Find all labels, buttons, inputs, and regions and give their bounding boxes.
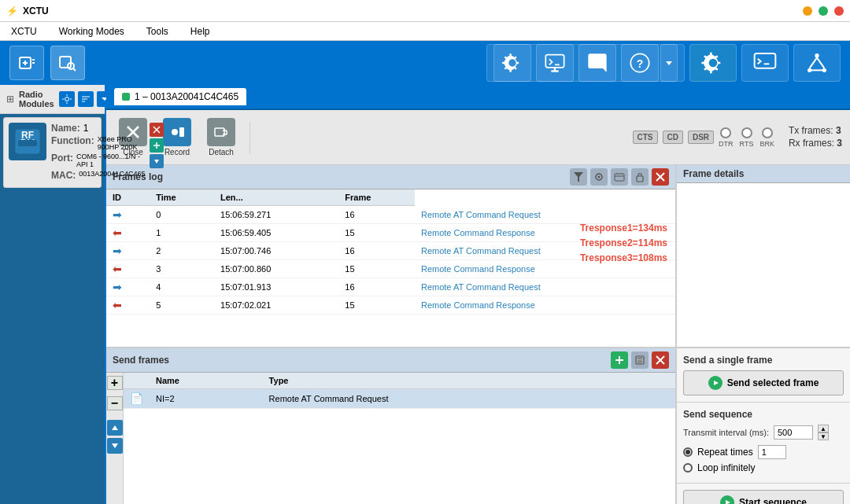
- frames-log-header: Frames log: [106, 165, 675, 189]
- rts-indicator: RTS: [740, 127, 754, 148]
- menu-tools[interactable]: Tools: [143, 24, 172, 39]
- console-button[interactable]: [536, 44, 574, 82]
- module-down-button[interactable]: [150, 154, 164, 168]
- tab-status-dot: [122, 93, 130, 101]
- col-id: ID: [106, 189, 150, 206]
- row-len: 16: [338, 206, 415, 224]
- row-time: 15:06:59.405: [214, 224, 338, 242]
- single-frame-title: Send a single frame: [683, 355, 844, 366]
- loop-infinitely-option[interactable]: Loop infinitely: [683, 462, 844, 473]
- row-frame[interactable]: Remote Command Response: [415, 260, 675, 278]
- row-frame[interactable]: Remote Command Response: [415, 296, 675, 315]
- move-down-btn[interactable]: [107, 438, 123, 454]
- table-row[interactable]: ⬅ 1 15:06:59.405 15 Remote Command Respo…: [106, 224, 675, 242]
- list-item[interactable]: 📄 NI=2 Remote AT Command Request: [124, 389, 675, 409]
- start-sequence-button[interactable]: Start sequence: [683, 490, 844, 504]
- spin-down-btn[interactable]: ▼: [818, 432, 829, 440]
- sidebar-title: Radio Modules: [19, 90, 54, 109]
- row-frame[interactable]: Remote AT Command Request: [415, 242, 675, 260]
- frame-details-content: [677, 183, 850, 347]
- add-device-button[interactable]: [9, 46, 44, 80]
- radio-group: DTR RTS BRK: [719, 127, 774, 148]
- send-area: Send frames: [106, 347, 850, 504]
- remove-frame-btn[interactable]: −: [107, 396, 123, 410]
- frames-export-icon[interactable]: [611, 168, 628, 186]
- svg-line-20: [810, 57, 817, 68]
- row-id: 1: [150, 224, 214, 242]
- cd-badge: CD: [663, 131, 683, 144]
- frames-view-icon[interactable]: [590, 168, 608, 186]
- chat-button[interactable]: [578, 44, 616, 82]
- send-selected-frame-button[interactable]: Send selected frame: [683, 370, 844, 395]
- detach-button[interactable]: Detach: [202, 115, 240, 160]
- console-toolbar: Close Record Detach CTS CD: [106, 110, 850, 165]
- frames-area: Frames log: [106, 165, 850, 347]
- send-add-icon[interactable]: [611, 351, 628, 369]
- svg-rect-62: [638, 360, 642, 363]
- svg-rect-61: [638, 356, 642, 359]
- module-add-button[interactable]: [150, 138, 164, 153]
- row-frame[interactable]: Remote AT Command Request: [415, 278, 675, 296]
- minimize-button[interactable]: [803, 6, 812, 16]
- sidebar: ⊞ Radio Modules: [0, 85, 106, 504]
- network-button[interactable]: [793, 44, 841, 82]
- terminal-button[interactable]: [741, 44, 789, 82]
- table-row[interactable]: ⬅ 5 15:07:02.021 15 Remote Command Respo…: [106, 296, 675, 315]
- table-row[interactable]: ➡ 4 15:07:01.913 16 Remote AT Command Re…: [106, 278, 675, 296]
- table-row[interactable]: ⬅ 3 15:07:00.860 15 Remote Command Respo…: [106, 260, 675, 278]
- transmit-interval-label: Transmit interval (ms):: [683, 428, 769, 437]
- sidebar-settings-icon[interactable]: [59, 91, 75, 107]
- sidebar-sort-icon[interactable]: [78, 91, 94, 107]
- loop-infinitely-radio[interactable]: [683, 463, 693, 473]
- loop-infinitely-label: Loop infinitely: [697, 462, 755, 473]
- send-col-name: Name: [150, 373, 263, 389]
- console-tab-item[interactable]: 1 – 0013A20041C4C465: [114, 88, 246, 105]
- tx-rx-info: Tx frames: 3 Rx frames: 3: [789, 125, 842, 150]
- frames-filter-icon[interactable]: [570, 168, 587, 186]
- menu-help[interactable]: Help: [187, 24, 213, 39]
- send-clear-icon[interactable]: [652, 351, 669, 369]
- module-card[interactable]: RF DM Name: 1 Function: XBee PRO 900HP 2…: [3, 117, 102, 188]
- menu-working-modes[interactable]: Working Modes: [56, 24, 128, 39]
- svg-marker-48: [574, 172, 583, 182]
- frames-clear-icon[interactable]: [652, 168, 669, 186]
- spin-up-btn[interactable]: ▲: [818, 425, 829, 432]
- dropdown-button[interactable]: [660, 44, 678, 82]
- search-device-button[interactable]: [50, 46, 85, 80]
- frame-details: Frame details: [677, 165, 850, 347]
- move-up-btn[interactable]: [107, 420, 123, 436]
- col-frame: Frame: [338, 189, 415, 206]
- record-label: Record: [164, 148, 190, 156]
- send-col-type: Type: [263, 373, 675, 389]
- close-window-button[interactable]: [834, 6, 844, 16]
- row-time: 15:07:01.913: [214, 278, 338, 296]
- row-arrow: ⬅: [106, 296, 150, 315]
- repeat-times-option[interactable]: Repeat times: [683, 445, 844, 459]
- svg-line-7: [73, 68, 76, 71]
- frames-log-toolbar: [570, 168, 669, 186]
- maximize-button[interactable]: [819, 6, 828, 16]
- frames-log: Frames log: [106, 165, 677, 347]
- svg-point-45: [172, 129, 178, 135]
- send-save-icon[interactable]: [631, 351, 649, 369]
- settings-button[interactable]: [493, 44, 531, 82]
- menu-xctu[interactable]: XCTU: [8, 24, 40, 39]
- repeat-times-input[interactable]: [758, 445, 786, 459]
- row-time: 15:07:00.860: [214, 260, 338, 278]
- row-id: 4: [150, 278, 214, 296]
- cts-badge: CTS: [633, 131, 658, 144]
- row-frame[interactable]: Remote Command Response: [415, 224, 675, 242]
- transmit-interval-input[interactable]: [774, 425, 813, 440]
- table-row[interactable]: ➡ 0 15:06:59.271 16 Remote AT Command Re…: [106, 206, 675, 224]
- frames-lock-icon[interactable]: [631, 168, 649, 186]
- configuration-button[interactable]: [689, 44, 737, 82]
- module-remove-button[interactable]: [150, 123, 164, 137]
- row-frame[interactable]: Remote AT Command Request: [415, 206, 675, 224]
- help-button[interactable]: ?: [621, 44, 659, 82]
- repeat-times-radio[interactable]: [683, 447, 693, 457]
- table-row[interactable]: ➡ 2 15:07:00.746 16 Remote AT Command Re…: [106, 242, 675, 260]
- add-frame-btn[interactable]: +: [107, 376, 123, 390]
- row-len: 15: [338, 224, 415, 242]
- svg-marker-42: [154, 160, 159, 164]
- sidebar-header: ⊞ Radio Modules: [0, 85, 105, 114]
